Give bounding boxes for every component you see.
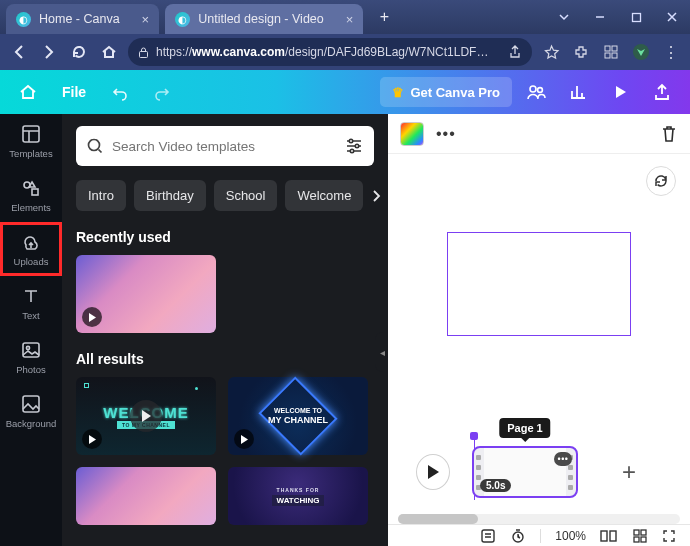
undo-button[interactable] [102,74,138,110]
maximize-button[interactable] [618,0,654,34]
pages-view-button[interactable] [600,529,618,543]
chip-intro[interactable]: Intro [76,180,126,211]
lock-icon [138,46,150,59]
browser-tab-home[interactable]: ◐ Home - Canva × [6,4,159,34]
video-frame[interactable] [447,232,631,336]
extensions-icon[interactable] [570,41,592,63]
template-welcome[interactable]: WELCOME TO MY CHANNEL [76,377,216,455]
templates-panel: Intro Birthday School Welcome Recently u… [62,114,388,546]
canva-home-button[interactable] [10,74,46,110]
insights-button[interactable] [560,74,596,110]
svg-rect-5 [612,53,617,58]
new-tab-button[interactable]: + [371,4,397,30]
home-button[interactable] [98,41,120,63]
chevron-down-icon[interactable] [546,0,582,34]
app-bar: File ♛ Get Canva Pro [0,70,690,114]
chip-welcome[interactable]: Welcome [285,180,363,211]
divider [540,529,541,543]
svg-rect-26 [641,537,646,542]
sidebar-item-background[interactable]: Background [0,384,62,438]
share-button[interactable] [644,74,680,110]
delete-button[interactable] [660,124,678,144]
svg-point-17 [355,144,358,147]
svg-point-18 [350,149,353,152]
close-icon[interactable]: × [346,12,354,27]
play-icon [82,429,102,449]
search-icon [86,137,104,155]
section-all-results: All results [76,351,374,367]
zoom-level[interactable]: 100% [555,529,586,543]
sidebar-item-text[interactable]: Text [0,276,62,330]
sidebar-item-label: Background [6,418,57,429]
svg-point-13 [26,346,29,349]
canvas-stage[interactable] [388,154,690,414]
canvas-toolbar: ••• [388,114,690,154]
close-icon[interactable]: × [142,12,150,27]
url-text: https://www.canva.com/design/DAFJd69BLag… [156,45,508,59]
more-options-button[interactable]: ••• [436,125,456,143]
svg-rect-23 [634,530,639,535]
chip-school[interactable]: School [214,180,278,211]
url-input[interactable]: https://www.canva.com/design/DAFJd69BLag… [128,38,532,66]
svg-point-7 [530,86,536,92]
panel-collapse-handle[interactable]: ◂ [375,332,388,372]
redo-button[interactable] [144,74,180,110]
close-window-button[interactable] [654,0,690,34]
tab-title: Home - Canva [39,12,120,26]
template-search[interactable] [76,126,374,166]
svg-point-15 [89,140,100,151]
share-icon[interactable] [508,45,522,59]
template-pink-2[interactable] [76,467,216,525]
template-recent-1[interactable] [76,255,216,333]
template-text: MY CHANNEL [268,415,328,427]
svg-rect-1 [140,51,148,57]
reload-button[interactable] [68,41,90,63]
chip-birthday[interactable]: Birthday [134,180,206,211]
back-button[interactable] [8,41,30,63]
canvas-area: ••• Page 1 5.0s ••• + [388,114,690,546]
sidebar-item-uploads[interactable]: Uploads [0,222,62,276]
profile-icon[interactable] [630,41,652,63]
grid-view-button[interactable] [632,528,648,544]
timeline-play-button[interactable] [416,454,450,490]
sidebar-item-elements[interactable]: Elements [0,168,62,222]
color-picker-button[interactable] [400,122,424,146]
collaborators-button[interactable] [518,74,554,110]
menu-icon[interactable]: ⋮ [660,41,682,63]
fullscreen-button[interactable] [662,529,676,543]
svg-rect-24 [641,530,646,535]
filter-chips: Intro Birthday School Welcome [76,180,374,211]
address-bar: https://www.canva.com/design/DAFJd69BLag… [0,34,690,70]
present-button[interactable] [602,74,638,110]
regenerate-button[interactable] [646,166,676,196]
template-neon-channel[interactable]: WELCOME TOMY CHANNEL [228,377,368,455]
minimize-button[interactable] [582,0,618,34]
timeline-clip[interactable]: Page 1 5.0s ••• [472,446,578,498]
sidebar-item-photos[interactable]: Photos [0,330,62,384]
horizontal-scrollbar[interactable] [398,514,680,524]
chips-more-button[interactable] [371,184,381,208]
sidebar-item-label: Templates [9,148,52,159]
search-input[interactable] [112,139,336,154]
template-thanks-watching[interactable]: THANKS FOR WATCHING [228,467,368,525]
template-text: WELCOME TO [274,407,322,414]
get-pro-button[interactable]: ♛ Get Canva Pro [380,77,512,107]
file-menu[interactable]: File [52,84,96,100]
clip-options-button[interactable]: ••• [554,452,572,466]
filters-icon[interactable] [344,136,364,156]
sidebar-item-label: Photos [16,364,46,375]
apps-icon[interactable] [600,41,622,63]
browser-tab-design[interactable]: ◐ Untitled design - Video × [165,4,363,34]
star-icon[interactable] [540,41,562,63]
svg-rect-25 [634,537,639,542]
duration-button[interactable] [510,528,526,544]
sidebar-item-templates[interactable]: Templates [0,114,62,168]
scrollbar-thumb[interactable] [398,514,478,524]
svg-point-8 [538,88,543,93]
svg-rect-0 [632,13,640,21]
notes-button[interactable] [480,528,496,544]
forward-button[interactable] [38,41,60,63]
add-clip-button[interactable]: + [622,458,636,486]
tab-title: Untitled design - Video [198,12,324,26]
svg-rect-4 [605,53,610,58]
